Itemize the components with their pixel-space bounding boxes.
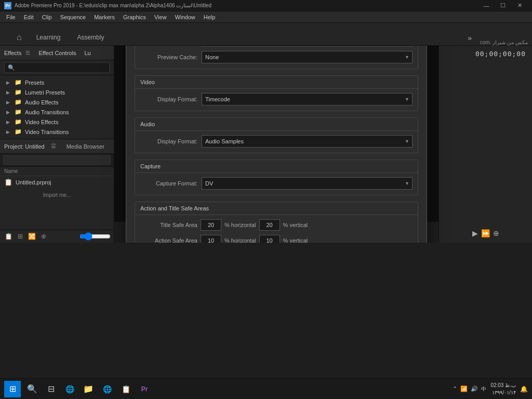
windows-icon: ⊞ — [9, 384, 16, 394]
tree-item-audio-transitions[interactable]: ▶ 📁 Audio Transitions — [0, 107, 114, 117]
tree-item-presets[interactable]: ▶ 📁 Presets — [0, 77, 114, 87]
title-bar-controls: — ☐ ✕ — [478, 0, 528, 11]
menu-graphics[interactable]: Graphics — [119, 13, 150, 21]
project-search-bar — [0, 154, 114, 167]
project-icon-1[interactable]: 📋 — [3, 232, 14, 241]
video-format-dropdown[interactable]: Timecode Frames Feet+Frames 16mm Feet+Fr… — [202, 93, 413, 105]
zoom-slider[interactable] — [79, 232, 111, 241]
notification-icon[interactable]: 🔔 — [520, 385, 528, 393]
taskbar-search[interactable]: 🔍 — [25, 382, 39, 396]
system-tray: ⌃ 📶 🔊 中 — [453, 385, 486, 393]
taskbar-premiere[interactable]: Pr — [137, 382, 152, 396]
effects-search-input[interactable] — [4, 62, 110, 73]
menu-edit[interactable]: Edit — [20, 13, 38, 21]
network-icon[interactable]: 📶 — [460, 385, 468, 392]
presets-label: Presets — [25, 79, 44, 86]
arrow-video-transitions: ▶ — [6, 129, 11, 135]
clock-time: 02:03 ب.ظ — [490, 382, 516, 389]
effect-controls-tab[interactable]: Effect Controls — [38, 50, 76, 56]
skip-forward-icon[interactable]: ⏩ — [481, 229, 490, 237]
audio-format-dropdown[interactable]: Audio Samples Milliseconds — [202, 135, 413, 148]
title-safe-v-input[interactable] — [259, 219, 280, 231]
tree-item-audio-effects[interactable]: ▶ 📁 Audio Effects — [0, 97, 114, 107]
play-icon[interactable]: ▶ — [472, 229, 478, 237]
menu-help[interactable]: Help — [200, 13, 220, 21]
audio-effects-label: Audio Effects — [25, 99, 59, 105]
nav-tabs: ⌂ Learning Assembly » مکس من شیراز .com — [0, 23, 532, 46]
arrow-audio-effects: ▶ — [6, 100, 11, 105]
menu-markers[interactable]: Markers — [90, 13, 119, 21]
capture-format-label: Capture Format: — [140, 180, 197, 187]
action-safe-v-unit: % vertical — [283, 237, 308, 243]
preview-cache-dropdown[interactable]: None Local SSD Network — [202, 51, 413, 63]
app-icon: Pr — [4, 2, 11, 9]
arrow-video-effects: ▶ — [6, 119, 11, 125]
audio-format-row: Display Format: Audio Samples Millisecon… — [140, 135, 413, 148]
effects-search-bar — [0, 60, 114, 75]
tree-item-video-transitions[interactable]: ▶ 📁 Video Transitions — [0, 127, 114, 137]
maximize-button[interactable]: ☐ — [495, 0, 511, 11]
action-safe-v-input[interactable] — [259, 235, 280, 243]
arrow-lumetri: ▶ — [6, 90, 11, 95]
project-menu-icon[interactable]: ☰ — [51, 143, 56, 150]
preview-cache-control: None Local SSD Network ▼ — [202, 51, 413, 63]
audio-format-control: Audio Samples Milliseconds ▼ — [202, 135, 413, 148]
effects-tree: ▶ 📁 Presets ▶ 📁 Lumetri Presets ▶ 📁 Audi… — [0, 75, 114, 139]
capture-format-row: Capture Format: DV HDV ▼ — [140, 177, 413, 190]
start-button[interactable]: ⊞ — [4, 381, 21, 397]
taskbar-onenote[interactable]: 📋 — [118, 382, 133, 396]
video-format-label: Display Format: — [140, 96, 197, 102]
capture-format-dropdown[interactable]: DV HDV — [202, 177, 413, 190]
folder-audio-transitions-icon: 📁 — [15, 109, 22, 115]
main-area: Project Settings ✕ Project: Untitled ▼ — [114, 46, 438, 243]
renderer-dropdown[interactable]: Mercury Playback Engine Software Only — [202, 46, 413, 47]
project-icon-3[interactable]: 🔀 — [26, 232, 37, 241]
video-section-header: Video — [135, 76, 418, 88]
menu-view[interactable]: View — [150, 13, 171, 21]
project-file-item[interactable]: 📋 Untitled.prproj — [0, 176, 114, 188]
audio-section: Audio Display Format: Audio Samples Mill… — [135, 117, 418, 153]
tree-item-video-effects[interactable]: ▶ 📁 Video Effects — [0, 117, 114, 127]
system-clock[interactable]: 02:03 ب.ظ ۱۳۹۹/۰۱/۱۴ — [490, 382, 516, 396]
tree-item-lumetri[interactable]: ▶ 📁 Lumetri Presets — [0, 87, 114, 97]
project-settings-modal: Project Settings ✕ Project: Untitled ▼ — [126, 46, 427, 243]
add-track-icon[interactable]: ⊕ — [493, 229, 499, 237]
home-tab[interactable]: ⌂ — [10, 29, 28, 45]
tab-assembly[interactable]: Assembly — [69, 29, 112, 45]
video-section: Video Display Format: Timecode Frames Fe… — [135, 75, 418, 111]
effects-panel-header: Effects ☰ Effect Controls Lu — [0, 46, 114, 60]
project-icon-4[interactable]: ⊕ — [39, 232, 48, 241]
project-search-input[interactable] — [3, 155, 111, 165]
action-safe-h-input[interactable] — [201, 235, 221, 243]
tab-learning[interactable]: Learning — [28, 29, 69, 45]
effects-tab[interactable]: Effects — [4, 50, 21, 56]
tray-expand-icon[interactable]: ⌃ — [453, 385, 457, 392]
minimize-button[interactable]: — — [478, 0, 495, 11]
safe-areas-header: Action and Title Safe Areas — [135, 202, 418, 215]
ime-icon[interactable]: 中 — [481, 385, 486, 393]
project-panel-title[interactable]: Project: Untitled — [4, 143, 45, 150]
taskbar-explorer[interactable]: 📁 — [81, 382, 96, 396]
media-browser-tab[interactable]: Media Browser — [66, 143, 104, 150]
menu-sequence[interactable]: Sequence — [56, 13, 90, 21]
modal-overlay: Project Settings ✕ Project: Untitled ▼ — [114, 46, 438, 222]
taskbar-chrome[interactable]: 🌐 — [100, 382, 114, 396]
taskbar-edge[interactable]: 🌐 — [62, 382, 77, 396]
lu-tab[interactable]: Lu — [84, 50, 90, 56]
effects-menu-icon[interactable]: ☰ — [25, 50, 30, 56]
menu-clip[interactable]: Clip — [38, 13, 56, 21]
more-tabs-icon[interactable]: » — [461, 31, 478, 45]
taskbar-task-view[interactable]: ⊟ — [44, 382, 58, 396]
close-button[interactable]: ✕ — [511, 0, 528, 11]
video-format-control: Timecode Frames Feet+Frames 16mm Feet+Fr… — [202, 93, 413, 105]
modal-body: Project: Untitled ▼ General Scratch Disk… — [126, 46, 427, 243]
menu-file[interactable]: File — [2, 13, 20, 21]
title-safe-h-input[interactable] — [201, 219, 221, 231]
volume-icon[interactable]: 🔊 — [471, 385, 478, 392]
file-icon: 📋 — [4, 178, 12, 186]
project-icon-2[interactable]: ⊞ — [16, 232, 24, 241]
action-safe-h-unit: % horizontal — [224, 237, 256, 243]
video-format-row: Display Format: Timecode Frames Feet+Fra… — [140, 93, 413, 105]
preview-cache-label: Preview Cache: — [140, 54, 197, 60]
menu-window[interactable]: Window — [171, 13, 200, 21]
